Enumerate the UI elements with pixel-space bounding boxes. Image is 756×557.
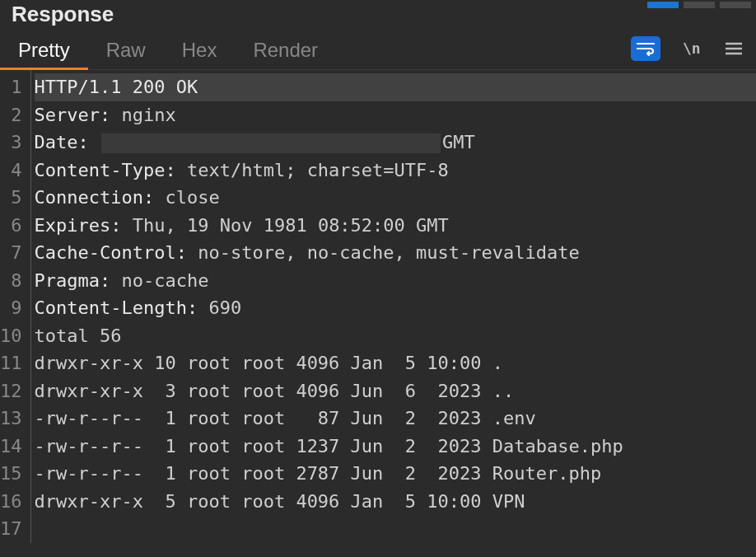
wrap-lines-icon[interactable] (631, 36, 660, 61)
title-button-1[interactable] (647, 2, 679, 8)
tab-render[interactable]: Render (235, 27, 336, 69)
header-line: Cache-Control: no-store, no-cache, must-… (35, 239, 757, 267)
line-number-gutter: 1 2 3 4 5 6 7 8 9 10 11 12 13 14 15 16 1… (0, 70, 30, 543)
body-line: drwxr-xr-x 3 root root 4096 Jun 6 2023 .… (35, 377, 757, 405)
title-button-2[interactable] (684, 2, 715, 8)
svg-text:\n: \n (683, 40, 700, 57)
line-number: 4 (0, 157, 26, 185)
redacted-block (101, 133, 441, 153)
line-number: 10 (0, 322, 26, 350)
toolbar-icons: \n (631, 36, 746, 61)
title-button-3[interactable] (720, 2, 751, 8)
line-number: 3 (0, 129, 26, 157)
line-number: 1 (0, 73, 26, 101)
panel-title: Response (12, 2, 114, 27)
header-line: Content-Type: text/html; charset=UTF-8 (35, 157, 757, 185)
body-line: drwxr-xr-x 5 root root 4096 Jan 5 10:00 … (35, 488, 757, 516)
header-line: Connection: close (35, 184, 757, 212)
header-line: Content-Length: 690 (35, 294, 757, 322)
body-line: total 56 (35, 322, 757, 350)
response-content: 1 2 3 4 5 6 7 8 9 10 11 12 13 14 15 16 1… (0, 70, 756, 543)
show-newlines-icon[interactable]: \n (679, 36, 703, 61)
header-line: Expires: Thu, 19 Nov 1981 08:52:00 GMT (35, 212, 757, 240)
line-number: 17 (0, 515, 26, 543)
line-number: 8 (0, 267, 26, 295)
menu-icon[interactable] (721, 36, 746, 61)
body-line: drwxr-xr-x 10 root root 4096 Jan 5 10:00… (35, 349, 757, 377)
line-number: 15 (0, 460, 26, 488)
status-line: HTTP/1.1 200 OK (35, 73, 757, 101)
tab-pretty[interactable]: Pretty (0, 27, 88, 69)
tab-raw[interactable]: Raw (88, 27, 164, 69)
line-number: 12 (0, 377, 26, 405)
line-number: 2 (0, 101, 26, 129)
line-number: 14 (0, 433, 26, 461)
header-line: Date: GMT (35, 129, 757, 157)
line-number: 6 (0, 212, 26, 240)
body-line: -rw-r--r-- 1 root root 1237 Jun 2 2023 D… (35, 433, 757, 461)
line-number: 7 (0, 239, 26, 267)
body-line: -rw-r--r-- 1 root root 2787 Jun 2 2023 R… (35, 460, 757, 488)
line-number: 13 (0, 405, 26, 433)
code-area[interactable]: HTTP/1.1 200 OK Server: nginx Date: GMT … (30, 70, 757, 543)
line-number: 9 (0, 294, 26, 322)
tab-list: Pretty Raw Hex Render (0, 27, 336, 69)
header-line: Pragma: no-cache (35, 267, 757, 295)
line-number: 11 (0, 349, 26, 377)
line-number: 5 (0, 184, 26, 212)
line-number: 16 (0, 488, 26, 516)
title-button-group (647, 2, 751, 8)
header-line: Server: nginx (35, 101, 757, 129)
tab-hex[interactable]: Hex (164, 27, 236, 69)
body-line: -rw-r--r-- 1 root root 87 Jun 2 2023 .en… (35, 405, 757, 433)
